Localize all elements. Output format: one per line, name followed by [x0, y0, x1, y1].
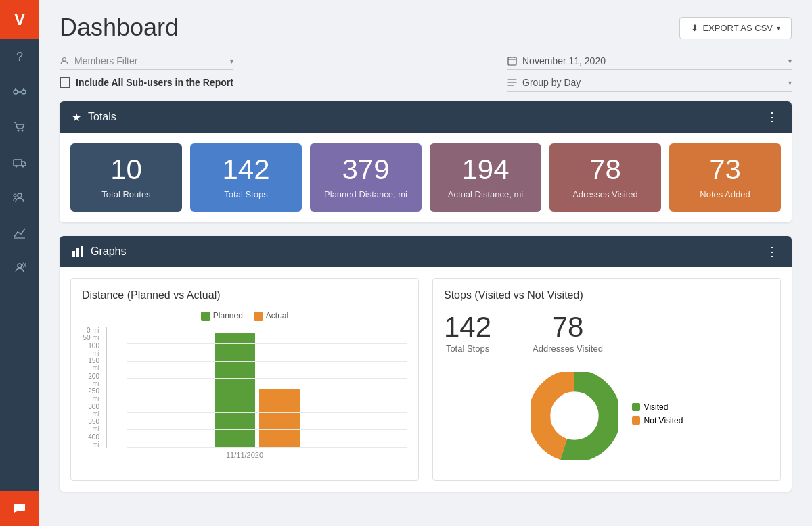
include-subusers-label: Include All Sub-users in the Report	[76, 77, 233, 88]
stat-divider	[512, 318, 512, 358]
stops-stats: 142 Total Stops 78 Addresses Visited	[444, 311, 769, 358]
svg-rect-15	[81, 246, 83, 257]
total-routes-card: 10 Total Routes	[70, 143, 182, 212]
chat-icon[interactable]	[0, 491, 39, 526]
notes-added-card: 73 Notes Added	[669, 143, 781, 212]
export-csv-button[interactable]: ⬇ EXPORT AS CSV ▾	[679, 17, 792, 39]
y-axis-labels: 400 mi 350 mi 300 mi 250 mi 200 mi 150 m…	[82, 327, 102, 448]
notes-added-label: Notes Added	[679, 189, 771, 199]
routes-icon[interactable]	[0, 74, 39, 110]
header: Dashboard ⬇ EXPORT AS CSV ▾	[60, 14, 792, 42]
pie-container: Visited Not Visited	[444, 372, 769, 460]
include-subusers-checkbox[interactable]	[60, 77, 70, 88]
export-label: EXPORT AS CSV	[702, 23, 773, 33]
date-filter[interactable]: November 11, 2020 ▾	[508, 55, 792, 70]
pie-chart-svg	[531, 372, 618, 460]
graphs-panel: Graphs ⋮ Distance (Planned vs Actual) Pl…	[60, 236, 792, 492]
total-stops-value: 142	[200, 156, 292, 184]
svg-rect-12	[508, 57, 516, 65]
totals-grid: 10 Total Routes 142 Total Stops 379 Plan…	[70, 143, 781, 212]
planned-distance-card: 379 Planned Distance, mi	[310, 143, 422, 212]
planned-legend: Planned	[201, 311, 243, 321]
svg-rect-14	[76, 248, 79, 257]
planned-distance-label: Planned Distance, mi	[319, 189, 412, 199]
bar-group	[127, 333, 387, 448]
not-visited-legend-label: Not Visited	[644, 416, 683, 425]
date-filter-arrow: ▾	[788, 57, 792, 65]
addresses-label: Addresses Visited	[533, 343, 603, 354]
truck-icon[interactable]	[0, 145, 39, 180]
group-by-label: Group by Day	[522, 77, 581, 88]
stops-big-num: 142	[444, 311, 491, 343]
main-content: Dashboard ⬇ EXPORT AS CSV ▾ Members Filt…	[39, 0, 812, 526]
total-routes-value: 10	[80, 156, 173, 184]
export-chevron-icon: ▾	[777, 24, 780, 32]
svg-point-8	[14, 194, 16, 197]
totals-menu-dots[interactable]: ⋮	[766, 110, 780, 124]
svg-point-5	[16, 166, 18, 168]
date-value: November 11, 2020	[522, 55, 606, 66]
svg-point-0	[14, 90, 18, 94]
bar-chart-legend: Planned Actual	[82, 311, 407, 321]
addresses-visited-label: Adresses Visited	[559, 189, 652, 199]
group-icon[interactable]	[0, 180, 39, 215]
include-subusers-row: Include All Sub-users in the Report	[60, 77, 233, 88]
export-icon: ⬇	[691, 23, 698, 33]
members-filter-arrow: ▾	[230, 57, 233, 65]
sidebar: V ?	[0, 0, 39, 526]
graphs-grid: Distance (Planned vs Actual) Planned Act…	[70, 278, 781, 481]
not-visited-legend-item: Not Visited	[632, 416, 683, 425]
group-by-icon	[508, 78, 517, 87]
app-logo[interactable]: V	[0, 0, 39, 39]
planned-bar	[215, 333, 255, 448]
person-icon	[60, 56, 69, 66]
visited-legend-item: Visited	[632, 402, 683, 412]
members-filter[interactable]: Members Filter ▾	[60, 55, 233, 70]
addresses-visited-card: 78 Adresses Visited	[549, 143, 661, 212]
bar-chart-area	[106, 327, 407, 448]
pie-legend: Visited Not Visited	[632, 402, 683, 429]
svg-point-1	[22, 90, 26, 94]
actual-bar	[259, 389, 300, 448]
stops-label: Total Stops	[444, 343, 491, 354]
svg-point-2	[18, 130, 20, 132]
not-visited-dot	[632, 416, 640, 425]
members-filter-label: Members Filter	[74, 55, 137, 66]
total-stops-card: 142 Total Stops	[190, 143, 302, 212]
graphs-title: Graphs	[72, 245, 126, 258]
group-by-filter[interactable]: Group by Day ▾	[508, 77, 792, 92]
calendar-icon	[508, 56, 517, 66]
svg-point-7	[18, 193, 22, 197]
actual-distance-card: 194 Actual Distance, mi	[430, 143, 541, 212]
x-axis-label: 11/11/2020	[82, 451, 407, 459]
filters-row: Members Filter ▾ Include All Sub-users i…	[60, 55, 792, 92]
star-icon: ★	[72, 111, 81, 124]
chart-icon[interactable]	[0, 215, 39, 250]
actual-distance-label: Actual Distance, mi	[439, 189, 532, 199]
graphs-title-text: Graphs	[91, 245, 126, 258]
graphs-body: Distance (Planned vs Actual) Planned Act…	[60, 267, 792, 492]
cart-icon[interactable]	[0, 110, 39, 145]
page-title: Dashboard	[60, 14, 179, 42]
bar-chart-area-wrapper: 400 mi 350 mi 300 mi 250 mi 200 mi 150 m…	[82, 327, 407, 448]
graphs-menu-dots[interactable]: ⋮	[766, 244, 780, 259]
svg-point-10	[22, 264, 25, 266]
bar-chart-icon	[72, 245, 84, 258]
addresses-big-num: 78	[533, 311, 603, 343]
addresses-stat: 78 Addresses Visited	[533, 311, 603, 354]
svg-point-3	[22, 130, 24, 132]
help-icon[interactable]: ?	[0, 39, 39, 74]
actual-legend: Actual	[254, 311, 288, 321]
graphs-panel-header: Graphs ⋮	[60, 236, 792, 267]
totals-title: ★ Totals	[72, 111, 116, 124]
totals-title-text: Totals	[88, 111, 116, 123]
addresses-visited-value: 78	[559, 156, 652, 184]
bar-chart-title: Distance (Planned vs Actual)	[82, 289, 407, 302]
svg-rect-13	[72, 251, 75, 257]
svg-point-9	[18, 264, 22, 268]
team-settings-icon[interactable]	[0, 250, 39, 285]
filter-right: November 11, 2020 ▾ Group by Day ▾	[508, 55, 792, 92]
totals-panel: ★ Totals ⋮ 10 Total Routes 142 Total Sto…	[60, 101, 792, 222]
svg-point-6	[22, 166, 24, 168]
total-stops-label: Total Stops	[200, 189, 292, 199]
